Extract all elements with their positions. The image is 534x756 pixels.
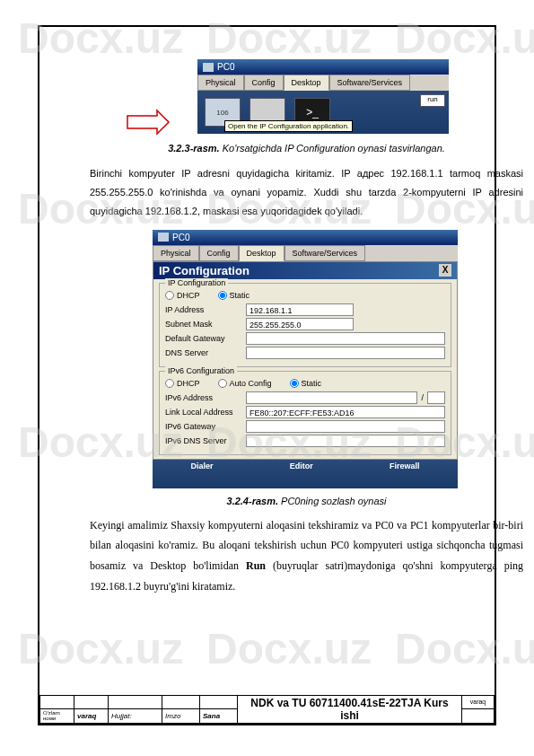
footer-col1: O'zlarn номи [40, 708, 74, 723]
window-icon [203, 63, 214, 72]
figure-caption-1: 3.2.3-rasm. Ko'rsatgichda IP Configurati… [90, 143, 523, 154]
page-frame: PC0 Physical Config Desktop Software/Ser… [38, 25, 496, 725]
window-title-text: PC0 [172, 233, 189, 242]
ipconfig-panel: IP Configuration X IP Configuration DHCP… [153, 261, 458, 460]
firewall-label: Firewall [390, 462, 420, 470]
desktop-area: 106 >_ run Open the IP Configuration app… [197, 91, 449, 134]
screenshot-pc0-desktop: PC0 Physical Config Desktop Software/Ser… [197, 59, 449, 134]
tab-physical[interactable]: Physical [197, 75, 244, 91]
footer-cell [40, 696, 74, 709]
screenshot-ipconfig: PC0 Physical Config Desktop Software/Ser… [153, 230, 458, 488]
window-icon [158, 233, 169, 242]
radio-static6-input[interactable] [290, 379, 299, 388]
footer-title: NDK va TU 60711400.41sE-22TJA Kurs ishi [238, 696, 462, 724]
subnet-mask-field[interactable]: 255.255.255.0 [246, 318, 354, 330]
radio-autoconfig[interactable]: Auto Config [218, 379, 272, 388]
link-local-label: Link Local Address [165, 408, 246, 417]
ipv4-group: IP Configuration DHCP Static IP Address1… [159, 283, 451, 367]
radio-static6[interactable]: Static [290, 379, 322, 388]
radio-label: Static [230, 291, 250, 300]
icon-label: 106 [216, 109, 228, 117]
caption-number: 3.2.3-rasm. [168, 143, 219, 154]
dns-field[interactable] [246, 347, 445, 359]
ipconfig-title: IP Configuration [159, 264, 249, 277]
run-button[interactable]: run [420, 94, 445, 107]
footer-col4: Imzo [162, 708, 200, 723]
radio-static[interactable]: Static [218, 291, 250, 300]
ipv6-radio-row: DHCP Auto Config Static [165, 379, 445, 388]
tab-config[interactable]: Config [199, 245, 239, 261]
radio-dhcp-input[interactable] [165, 291, 174, 300]
tab-software[interactable]: Software/Services [285, 245, 366, 261]
ipv6-group: IPv6 Configuration DHCP Auto Config Stat… [159, 371, 451, 455]
tooltip: Open the IP Configuration application. [224, 120, 353, 132]
ip-address-field[interactable]: 192.168.1.1 [246, 303, 354, 316]
radio-dhcp6-input[interactable] [165, 379, 174, 388]
group-legend: IPv6 Configuration [165, 366, 237, 375]
footer-cell [74, 696, 109, 709]
bottom-apps: Dialer Editor Firewall [153, 460, 458, 488]
tab-strip-2: Physical Config Desktop Software/Service… [153, 245, 458, 261]
close-button[interactable]: X [439, 264, 451, 277]
paragraph-2: Keyingi amalimiz Shaxsiy kompyuterni alo… [90, 515, 523, 597]
footer-page-number [462, 708, 495, 723]
ipv6-address-field[interactable] [246, 391, 417, 404]
subnet-mask-label: Subnet Mask [165, 320, 246, 329]
footer-cell [109, 696, 162, 709]
window-titlebar: PC0 [197, 59, 449, 75]
link-local-field[interactable]: FE80::207:ECFF:FE53:AD16 [246, 406, 445, 418]
figure-caption-2: 3.2.4-rasm. PC0ning sozlash oynasi [90, 496, 523, 506]
tab-desktop[interactable]: Desktop [239, 245, 285, 261]
tab-config[interactable]: Config [244, 75, 284, 91]
footer-col3: Hujjat: [109, 708, 162, 723]
footer-col2: varaq [74, 708, 109, 723]
ipv6-dns-label: IPv6 DNS Server [165, 436, 246, 445]
gateway-label: Default Gateway [165, 334, 246, 343]
footer-varaq-header: varaq [462, 696, 495, 709]
footer-table: NDK va TU 60711400.41sE-22TJA Kurs ishi … [39, 695, 495, 724]
ipv4-radio-row: DHCP Static [165, 291, 445, 300]
radio-autoconfig-input[interactable] [218, 379, 227, 388]
window-title-text: PC0 [217, 62, 234, 72]
terminal-prompt: >_ [306, 106, 319, 119]
paragraph-1: Birinchi kompyuter IP adresni quyidagich… [90, 164, 523, 221]
gateway-field[interactable] [246, 332, 445, 345]
tab-strip: Physical Config Desktop Software/Service… [197, 75, 449, 91]
ipv6-gateway-field[interactable] [246, 420, 445, 433]
ip-address-label: IP Address [165, 305, 246, 314]
group-legend: IP Configuration [165, 278, 228, 287]
tab-desktop[interactable]: Desktop [284, 75, 329, 91]
radio-label: Auto Config [230, 379, 272, 388]
radio-label: Static [302, 379, 322, 388]
radio-static-input[interactable] [218, 291, 227, 300]
prefix-slash: / [417, 393, 427, 402]
tab-physical[interactable]: Physical [153, 245, 199, 261]
dialer-label: Dialer [191, 462, 214, 470]
footer-cell [200, 696, 238, 709]
ipv6-address-label: IPv6 Address [165, 393, 246, 402]
radio-dhcp[interactable]: DHCP [165, 291, 200, 300]
footer-col5: Sana [200, 708, 238, 723]
caption-text: Ko'rsatgichda IP Configuration oynasi ta… [220, 143, 445, 154]
radio-dhcp6[interactable]: DHCP [165, 379, 200, 388]
radio-label: DHCP [177, 379, 200, 388]
tab-software[interactable]: Software/Services [329, 75, 411, 91]
editor-label: Editor [290, 462, 313, 470]
footer-cell [162, 696, 200, 709]
arrow-pointer-icon [126, 109, 171, 136]
para2-run-bold: Run [246, 559, 266, 572]
radio-label: DHCP [177, 291, 200, 300]
ipv6-gateway-label: IPv6 Gateway [165, 422, 246, 431]
caption-text: PC0ning sozlash oynasi [278, 496, 386, 506]
dns-label: DNS Server [165, 348, 246, 357]
caption-number: 3.2.4-rasm. [227, 496, 278, 506]
ipv6-dns-field[interactable] [246, 435, 445, 447]
content-area: PC0 Physical Config Desktop Software/Ser… [90, 59, 523, 606]
ipconfig-header: IP Configuration X [153, 262, 457, 279]
window-titlebar-2: PC0 [153, 230, 458, 245]
ipv6-prefix-field[interactable] [427, 391, 445, 404]
